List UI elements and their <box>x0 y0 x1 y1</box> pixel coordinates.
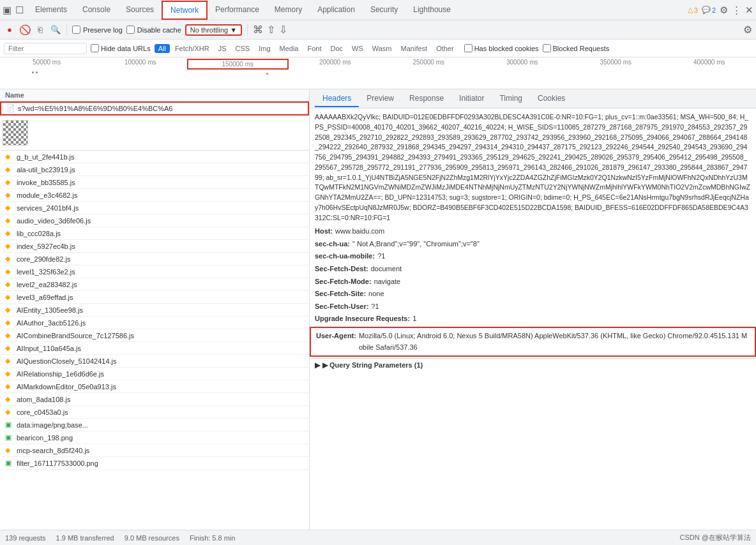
download-icon[interactable]: ⇩ <box>279 24 287 36</box>
sec-ch-ua-mobile-key: sec-ch-ua-mobile: <box>315 251 375 262</box>
js-icon: ◆ <box>5 357 14 366</box>
host-val: www.baidu.com <box>335 226 384 237</box>
inspect-icon[interactable]: ▣ <box>3 4 11 16</box>
list-item[interactable]: ◆ level2_ea283482.js <box>0 278 309 291</box>
clear-button[interactable]: 🚫 <box>19 24 31 36</box>
tab-application[interactable]: Application <box>310 1 363 19</box>
filter-doc[interactable]: Doc <box>326 44 347 53</box>
js-icon: ◆ <box>5 318 14 327</box>
list-item[interactable]: ◆ lib_ccc028a.js <box>0 227 309 240</box>
file-name: bearicon_198.png <box>17 434 304 442</box>
filter-input[interactable] <box>4 43 87 54</box>
tab-response[interactable]: Response <box>402 91 451 107</box>
list-item[interactable]: ◆ audio_video_3d6fe06.js <box>0 214 309 227</box>
hide-data-urls-input[interactable] <box>91 44 99 52</box>
list-item[interactable]: ◆ AIAuthor_3acb5126.js <box>0 317 309 329</box>
close-icon[interactable]: ✕ <box>745 4 753 16</box>
separator-1 <box>66 24 67 36</box>
tab-sources[interactable]: Sources <box>118 1 162 19</box>
list-item[interactable]: ◆ AICombineBrandSource_7c127586.js <box>0 329 309 342</box>
filter-wasm[interactable]: Wasm <box>368 44 396 53</box>
file-name: data:image/png;base... <box>17 421 304 429</box>
preserve-log-checkbox[interactable]: Preserve log <box>72 26 123 34</box>
sec-ch-ua-header: sec-ch-ua: " Not A;Brand";v="99", "Chrom… <box>310 238 756 251</box>
tab-network[interactable]: Network <box>162 1 208 20</box>
list-item[interactable]: ◆ AIRelationship_1e6d6d6e.js <box>0 368 309 380</box>
list-item[interactable]: ◆ mcp-search_8d5f240.js <box>0 444 309 457</box>
tab-initiator[interactable]: Initiator <box>451 91 492 107</box>
list-item[interactable]: ◆ index_5927ec4b.js <box>0 240 309 253</box>
list-item[interactable]: ◆ AIInput_110a645a.js <box>0 342 309 355</box>
list-item[interactable]: ◆ ala-util_bc23919.js <box>0 163 309 176</box>
preserve-log-input[interactable] <box>72 26 80 34</box>
js-icon: ◆ <box>5 165 14 174</box>
blocked-requests-input[interactable] <box>543 44 551 52</box>
list-item[interactable]: ◆ level1_325f63e2.js <box>0 265 309 278</box>
filter-all[interactable]: All <box>155 44 170 53</box>
list-item[interactable]: ▣ bearicon_198.png <box>0 431 309 444</box>
filter-toggle[interactable]: ⎗ <box>34 24 46 36</box>
list-item[interactable]: ▣ filter_1671177533000.png <box>0 457 309 470</box>
disable-cache-checkbox[interactable]: Disable cache <box>126 26 181 34</box>
query-string-toggle[interactable]: ▶ ▶ Query String Parameters (1) <box>315 361 751 370</box>
js-icon: ◆ <box>5 280 14 289</box>
finish-time: Finish: 5.8 min <box>190 534 236 542</box>
file-name: AIQuestionClosely_51042414.js <box>17 357 304 365</box>
list-item[interactable]: ◆ AIQuestionClosely_51042414.js <box>0 355 309 368</box>
tab-timing[interactable]: Timing <box>492 91 530 107</box>
triangle-icon: ▶ <box>315 361 320 370</box>
upload-icon[interactable]: ⇧ <box>267 24 275 36</box>
tab-lighthouse[interactable]: Lighthouse <box>405 1 458 19</box>
throttling-select[interactable]: No throttling ▼ <box>185 24 242 36</box>
list-item[interactable]: ▣ data:image/png;base... <box>0 419 309 431</box>
filter-img[interactable]: Img <box>255 44 274 53</box>
filter-font[interactable]: Font <box>303 44 325 53</box>
tab-headers[interactable]: Headers <box>315 91 359 107</box>
has-blocked-cookies-checkbox[interactable]: Has blocked cookies <box>464 44 539 52</box>
filter-media[interactable]: Media <box>276 44 303 53</box>
list-item[interactable]: ◆ g_b_ut_2fe441b.js <box>0 151 309 163</box>
tab-console[interactable]: Console <box>75 1 118 19</box>
wifi-icon[interactable]: ⌘ <box>253 24 263 36</box>
hide-data-urls-checkbox[interactable]: Hide data URLs <box>91 44 151 52</box>
filter-fetchxhr[interactable]: Fetch/XHR <box>171 44 213 53</box>
js-icon: ◆ <box>5 216 14 225</box>
filter-js[interactable]: JS <box>215 44 231 53</box>
tab-memory[interactable]: Memory <box>267 1 310 19</box>
list-item[interactable]: ◆ core_c0453a0.js <box>0 406 309 419</box>
filter-css[interactable]: CSS <box>232 44 254 53</box>
tab-elements[interactable]: Elements <box>27 1 75 19</box>
list-item[interactable]: ◆ module_e3c4682.js <box>0 189 309 202</box>
separator-2 <box>247 24 248 36</box>
tab-security[interactable]: Security <box>363 1 405 19</box>
js-icon: ◆ <box>5 267 14 276</box>
filter-manifest[interactable]: Manifest <box>397 44 432 53</box>
tab-cookies[interactable]: Cookies <box>530 91 573 107</box>
list-item[interactable]: ◆ AIMarkdownEditor_05e0a913.js <box>0 380 309 393</box>
upgrade-insecure-val: 1 <box>412 313 416 325</box>
settings-icon[interactable]: ⚙ <box>720 4 728 16</box>
requests-count: 139 requests <box>5 534 46 542</box>
file-item-first[interactable]: 📄 s?wd=%E5%91%A8%E6%9D%B0%E4%BC%A6 <box>0 101 309 116</box>
list-item[interactable]: ◆ core_290fde82.js <box>0 253 309 265</box>
list-item[interactable]: ◆ AIEntity_1305ee98.js <box>0 304 309 317</box>
disable-cache-input[interactable] <box>126 26 135 34</box>
file-name: level3_a69effad.js <box>17 294 304 301</box>
list-item[interactable]: ◆ atom_8ada108.js <box>0 393 309 406</box>
tab-preview[interactable]: Preview <box>359 91 402 107</box>
has-blocked-cookies-input[interactable] <box>464 44 472 52</box>
search-button[interactable]: 🔍 <box>50 24 61 36</box>
list-item[interactable]: ◆ invoke_bb35585.js <box>0 176 309 189</box>
blocked-requests-checkbox[interactable]: Blocked Requests <box>543 44 610 52</box>
settings-network-icon[interactable]: ⚙ <box>743 24 752 36</box>
list-item[interactable]: ◆ services_2401bf4.js <box>0 202 309 214</box>
list-item[interactable]: ◆ level3_a69effad.js <box>0 291 309 304</box>
device-icon[interactable]: ☐ <box>15 4 24 16</box>
transferred-size: 1.9 MB transferred <box>56 534 114 542</box>
filter-other[interactable]: Other <box>432 44 458 53</box>
file-name: lib_ccc028a.js <box>17 230 304 237</box>
more-icon[interactable]: ⋮ <box>732 4 741 16</box>
record-button[interactable]: ● <box>4 24 15 36</box>
filter-ws[interactable]: WS <box>348 44 367 53</box>
tab-performance[interactable]: Performance <box>208 1 267 19</box>
